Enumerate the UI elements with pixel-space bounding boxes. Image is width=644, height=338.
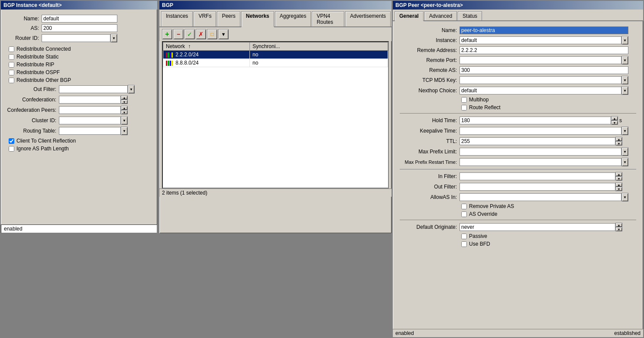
tcp-md5-dropdown[interactable]: ▼ (621, 76, 628, 84)
remove-private-as-row: Remove Private AS (461, 203, 640, 209)
peer-out-filter-input[interactable] (460, 183, 615, 191)
ttl-spin-down[interactable]: ▼ (615, 141, 622, 146)
in-filter-spin-down[interactable]: ▼ (615, 176, 622, 181)
tab-aggregates[interactable]: Aggregates (275, 11, 311, 26)
confederation-peers-spin-up[interactable]: ▲ (121, 106, 128, 110)
confederation-input[interactable] (59, 96, 121, 104)
confederation-spin-down[interactable]: ▼ (121, 100, 128, 104)
tab-status[interactable]: Status (458, 11, 482, 20)
default-originate-label: Default Originate: (396, 224, 457, 230)
ignore-as-path-row: Ignore AS Path Length (9, 146, 154, 152)
max-prefix-dropdown[interactable]: ▼ (621, 147, 628, 156)
table-row[interactable]: 8.8.8.0/24 no (163, 59, 388, 67)
routing-table-dropdown[interactable]: ▼ (121, 127, 128, 135)
out-filter-dropdown[interactable]: ▼ (128, 85, 135, 94)
default-originate-spin-down[interactable]: ▼ (615, 227, 622, 231)
ttl-spin-up[interactable]: ▲ (615, 137, 622, 141)
filter-button[interactable]: ▼ (218, 29, 229, 39)
peer-out-filter-spin-down[interactable]: ▼ (615, 187, 622, 191)
nexthop-choice-dropdown[interactable]: ▼ (621, 86, 628, 95)
cluster-id-input[interactable] (59, 117, 121, 124)
tab-networks[interactable]: Networks (241, 11, 274, 27)
remote-address-input[interactable] (460, 46, 628, 54)
tab-advertisements[interactable]: Advertisements (345, 11, 391, 26)
hold-time-input[interactable] (460, 117, 611, 124)
confederation-peers-spin-down[interactable]: ▼ (121, 110, 128, 114)
col-sync[interactable]: Synchroni... (250, 42, 388, 51)
max-prefix-restart-input[interactable] (460, 158, 621, 166)
apply-button[interactable]: ✓ (184, 29, 195, 39)
max-prefix-input[interactable] (460, 148, 621, 156)
router-id-input[interactable] (42, 34, 110, 42)
name-input[interactable] (42, 15, 117, 23)
client-reflection-checkbox[interactable] (9, 138, 14, 144)
instance-dropdown[interactable]: ▼ (621, 36, 628, 45)
add-button[interactable]: + (162, 29, 172, 39)
instance-input[interactable] (460, 36, 621, 44)
bgp-instance-status: enabled (1, 224, 157, 233)
sync-value-1: no (250, 51, 388, 59)
default-originate-spin-up[interactable]: ▲ (615, 223, 622, 227)
hold-time-spin-up[interactable]: ▲ (611, 116, 618, 120)
max-prefix-restart-dropdown[interactable]: ▼ (621, 158, 628, 166)
remove-button[interactable]: − (173, 29, 184, 39)
confederation-spin-up[interactable]: ▲ (121, 95, 128, 100)
table-row[interactable]: 2.2.2.0/24 no (163, 51, 388, 59)
passive-checkbox[interactable] (461, 234, 467, 239)
allowas-in-label: AllowAS In: (396, 194, 457, 200)
client-reflection-label: Client To Client Reflection (16, 138, 76, 144)
allowas-in-dropdown[interactable]: ▼ (621, 193, 628, 202)
cluster-id-dropdown[interactable]: ▼ (121, 116, 128, 125)
ignore-as-path-checkbox[interactable] (9, 146, 14, 152)
use-bfd-checkbox[interactable] (461, 241, 467, 247)
redistribute-connected-checkbox[interactable] (9, 46, 14, 52)
in-filter-spin-up[interactable]: ▲ (615, 172, 622, 176)
keepalive-input[interactable] (460, 127, 621, 135)
default-originate-input[interactable] (460, 223, 615, 231)
allowas-in-input[interactable] (460, 193, 621, 201)
remote-port-label: Remote Port: (396, 57, 457, 63)
as-override-checkbox[interactable] (461, 211, 467, 217)
hold-time-label: Hold Time: (396, 117, 457, 124)
redistribute-ospf-checkbox[interactable] (9, 70, 14, 75)
as-override-label: AS Override (469, 211, 497, 217)
hold-time-spin-down[interactable]: ▼ (611, 120, 618, 125)
tab-general[interactable]: General (395, 11, 424, 21)
remove-private-as-checkbox[interactable] (461, 204, 467, 209)
in-filter-input[interactable] (460, 172, 615, 180)
tab-vrfs[interactable]: VRFs (194, 11, 216, 26)
nexthop-choice-input[interactable] (460, 87, 621, 94)
multihop-checkbox[interactable] (461, 97, 467, 103)
ttl-input[interactable] (460, 137, 615, 145)
remote-port-dropdown[interactable]: ▼ (621, 56, 628, 65)
redistribute-static-checkbox[interactable] (9, 54, 14, 60)
bgp-peer-title: BGP Peer <peer-to-alestra> (393, 1, 643, 10)
bgp-toolbar: + − ✓ ✗ □ ▼ (159, 27, 392, 41)
peer-out-filter-spin-up[interactable]: ▲ (615, 182, 622, 187)
cancel-button[interactable]: ✗ (196, 29, 206, 39)
keepalive-dropdown[interactable]: ▼ (621, 127, 628, 135)
router-id-dropdown[interactable]: ▼ (110, 34, 117, 42)
remote-port-input[interactable] (460, 56, 621, 64)
routing-table-input[interactable] (59, 127, 121, 135)
peer-name-input[interactable] (460, 26, 628, 34)
redistribute-rip-checkbox[interactable] (9, 62, 14, 68)
route-reflect-checkbox[interactable] (461, 105, 467, 110)
remote-as-input[interactable] (460, 66, 628, 74)
redistribute-connected-label: Redistribute Connected (16, 46, 71, 52)
peer-status-bar: enabled established (393, 329, 643, 337)
tab-vpn4-routes[interactable]: VPN4 Routes (312, 11, 344, 26)
copy-button[interactable]: □ (207, 29, 217, 39)
col-network[interactable]: Network ↑ (163, 42, 250, 51)
out-filter-input[interactable] (59, 85, 128, 93)
tab-instances[interactable]: Instances (161, 11, 193, 26)
as-input[interactable] (42, 24, 117, 32)
confederation-peers-input[interactable] (59, 106, 121, 114)
peer-out-filter-label: Out Filter: (396, 184, 457, 190)
tab-advanced[interactable]: Advanced (424, 11, 457, 20)
tcp-md5-input[interactable] (460, 76, 621, 84)
keepalive-label: Keepalive Time: (396, 128, 457, 134)
redistribute-bgp-checkbox[interactable] (9, 78, 14, 83)
as-label: AS: (4, 25, 39, 31)
tab-peers[interactable]: Peers (217, 11, 240, 26)
